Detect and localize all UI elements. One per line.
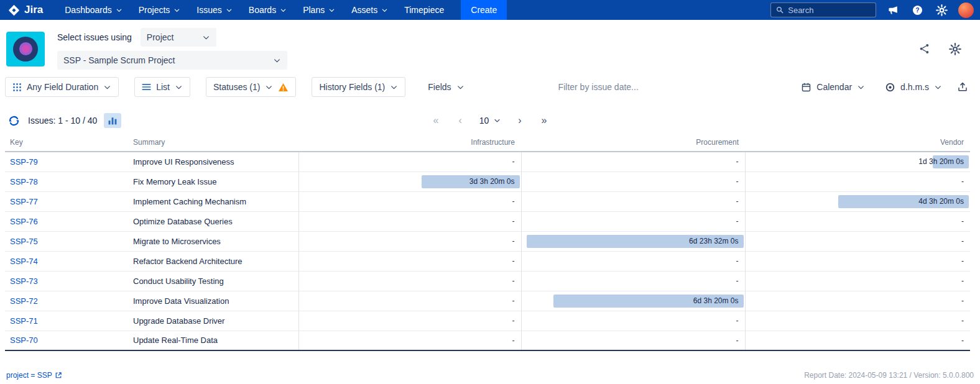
duration-value: - [736,177,739,186]
share-icon [918,43,930,55]
duration-value: - [512,277,515,285]
issue-key-link[interactable]: SSP-73 [10,277,38,286]
chevron-down-icon [273,57,281,65]
duration-value: - [961,296,964,305]
issue-key-link[interactable]: SSP-75 [10,237,38,246]
nav-item-issues[interactable]: Issues [188,0,240,20]
nav-item-label: Dashboards [65,5,112,15]
duration-value: - [736,217,739,226]
chevron-down-icon [857,83,865,91]
issues-bar: Issues: 1 - 10 / 40 « ‹ 10 › » [0,109,980,132]
next-page-button[interactable]: › [515,114,524,127]
settings-button[interactable] [934,2,949,17]
duration-cell: - [521,171,745,191]
view-dropdown[interactable]: List [134,77,190,97]
issues-table-header: Key Summary Infrastructure Procurement V… [5,134,970,152]
duration-value: - [961,277,964,285]
nav-item-plans[interactable]: Plans [295,0,343,20]
chart-toggle-button[interactable] [104,113,121,128]
create-button[interactable]: Create [461,0,507,20]
fields-dropdown[interactable]: Fields [421,77,471,97]
selector-row-source: Select issues using Project [57,28,287,47]
page-size-dropdown[interactable]: 10 [479,116,501,126]
issue-key-link[interactable]: SSP-78 [10,177,38,186]
nav-item-boards[interactable]: Boards [241,0,295,20]
duration-value: - [512,217,515,226]
announcement-button[interactable] [885,2,900,17]
duration-value: - [961,217,964,226]
issue-key-link[interactable]: SSP-77 [10,197,38,206]
duration-format-dropdown[interactable]: d.h.m.s [878,77,949,97]
help-button[interactable]: ? [910,2,925,17]
jira-logo[interactable]: Jira [7,4,43,17]
chevron-down-icon [175,83,183,91]
table-row: SSP-73 Conduct Usability Testing - - - [5,271,970,291]
issue-summary: Improve Data Visualization [129,291,298,311]
duration-cell: 1d 3h 20m 0s [745,152,970,171]
chevron-down-icon [265,83,273,91]
duration-value: - [736,257,739,265]
duration-format-label: d.h.m.s [900,82,929,92]
chevron-down-icon [280,7,287,14]
issue-source-dropdown[interactable]: Project [141,28,216,47]
duration-cell: - [745,231,970,251]
duration-cell: 6d 23h 32m 0s [521,231,745,251]
timepiece-app-icon-circle [13,37,38,62]
refresh-button[interactable] [6,113,21,128]
issue-date-filter-input[interactable] [558,82,670,92]
column-header-procurement[interactable]: Procurement [521,134,745,152]
duration-value: 4d 3h 20m 0s [918,197,964,206]
project-dropdown[interactable]: SSP - Sample Scrum Project [57,51,287,70]
jql-query-label: project = SSP [6,371,52,380]
column-header-summary[interactable]: Summary [129,134,298,152]
nav-item-assets[interactable]: Assets [343,0,396,20]
duration-value: - [961,177,964,186]
svg-text:?: ? [915,7,919,14]
duration-cell: - [745,171,970,191]
issue-key-link[interactable]: SSP-74 [10,257,38,266]
table-row: SSP-77 Implement Caching Mechanism - - 4… [5,191,970,211]
export-button[interactable] [955,80,970,94]
issue-key-link[interactable]: SSP-76 [10,217,38,226]
issue-key-link[interactable]: SSP-71 [10,316,38,326]
column-header-vendor[interactable]: Vendor [745,134,970,152]
megaphone-icon [887,4,899,16]
last-page-button[interactable]: » [539,114,550,127]
issue-key-link[interactable]: SSP-79 [10,157,38,167]
column-header-key[interactable]: Key [5,134,129,152]
avatar[interactable] [958,2,974,18]
share-button[interactable] [917,42,931,57]
calendar-dropdown[interactable]: Calendar [794,77,872,97]
external-link-icon [55,372,62,379]
report-settings-button[interactable] [948,42,963,57]
nav-item-projects[interactable]: Projects [131,0,189,20]
history-fields-dropdown[interactable]: History Fields (1) [312,77,405,97]
warning-icon [278,83,289,92]
table-row: SSP-78 Fix Memory Leak Issue 3d 3h 20m 0… [5,171,970,191]
calendar-icon [801,82,811,93]
first-page-button[interactable]: « [430,114,441,127]
search-input[interactable] [788,6,871,15]
issue-key-link[interactable]: SSP-70 [10,336,38,345]
nav-item-timepiece[interactable]: Timepiece [396,0,452,20]
field-duration-dropdown[interactable]: Any Field Duration [5,77,119,97]
duration-value: - [961,237,964,245]
chevron-down-icon [202,34,210,42]
duration-value: - [961,257,964,265]
duration-cell: - [521,251,745,271]
chevron-down-icon [173,7,180,14]
page-size-value: 10 [479,116,489,126]
statuses-label: Statuses (1) [213,82,260,92]
prev-page-button[interactable]: ‹ [456,114,464,127]
duration-value: - [512,257,515,265]
duration-cell: - [298,231,521,251]
nav-right-group: ? [770,0,974,20]
statuses-dropdown[interactable]: Statuses (1) [206,77,296,97]
column-header-infrastructure[interactable]: Infrastructure [298,134,521,152]
duration-value: - [736,277,739,285]
nav-item-dashboards[interactable]: Dashboards [57,0,131,20]
jql-link[interactable]: project = SSP [6,371,62,380]
issue-key-link[interactable]: SSP-72 [10,296,38,306]
table-row: SSP-70 Update Real-Time Data - - - [5,331,970,350]
clock-format-icon [885,82,895,93]
